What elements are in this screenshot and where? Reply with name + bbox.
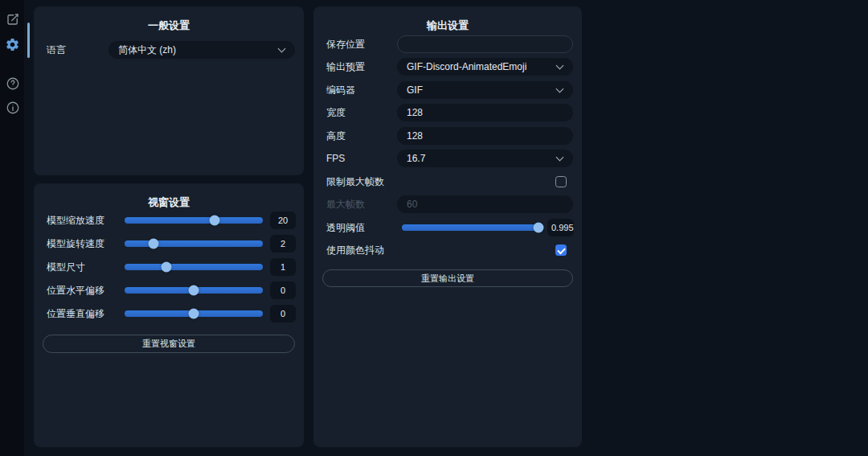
output-preset-row: 输出预置 GIF-Discord-AnimatedEmoji [313, 58, 582, 76]
width-input[interactable]: 128 [397, 104, 573, 121]
language-label: 语言 [47, 41, 66, 59]
language-select[interactable]: 简体中文 (zh) [108, 41, 295, 59]
horizontal-offset-slider[interactable] [125, 287, 263, 294]
sidebar [0, 0, 24, 456]
output-settings-title: 输出设置 [313, 18, 582, 33]
slider-thumb[interactable] [161, 262, 171, 273]
save-location-label: 保存位置 [326, 35, 365, 53]
width-label: 宽度 [326, 104, 346, 121]
slider-row-vertical-offset: 位置垂直偏移 0 [34, 305, 304, 322]
model-size-slider[interactable] [125, 264, 263, 270]
output-settings-panel: 输出设置 保存位置 输出预置 GIF-Discord-AnimatedEmoji… [313, 6, 582, 447]
slider-thumb[interactable] [189, 286, 199, 296]
limit-frames-label: 限制最大帧数 [326, 173, 384, 191]
viewport-settings-panel: 视窗设置 模型缩放速度 20 模型旋转速度 2 模型尺寸 1 位置水平偏移 0 … [34, 183, 304, 447]
max-frames-value: 60 [407, 199, 417, 210]
chevron-down-icon [556, 62, 564, 70]
model-size-value[interactable]: 1 [270, 258, 296, 276]
chevron-down-icon [556, 154, 564, 162]
encoder-select[interactable]: GIF [397, 81, 573, 99]
encoder-row: 编码器 GIF [313, 81, 582, 99]
limit-frames-row: 限制最大帧数 [313, 173, 582, 191]
save-location-input[interactable] [397, 35, 573, 53]
fps-value: 16.7 [407, 153, 425, 164]
dither-checkbox[interactable] [555, 244, 567, 256]
help-icon[interactable] [5, 76, 20, 91]
output-preset-label: 输出预置 [326, 58, 365, 76]
zoom-speed-label: 模型缩放速度 [47, 212, 104, 229]
alpha-threshold-label: 透明阈值 [326, 219, 365, 236]
chevron-down-icon [278, 45, 286, 53]
slider-thumb[interactable] [189, 309, 199, 319]
rotation-speed-value[interactable]: 2 [270, 235, 296, 253]
reset-viewport-button[interactable]: 重置视窗设置 [43, 335, 295, 353]
height-input[interactable]: 128 [397, 127, 573, 145]
slider-thumb[interactable] [149, 239, 159, 249]
fps-select[interactable]: 16.7 [397, 150, 573, 167]
slider-row-zoom-speed: 模型缩放速度 20 [34, 212, 304, 229]
encoder-label: 编码器 [326, 81, 355, 99]
height-value: 128 [407, 130, 423, 142]
language-select-value: 简体中文 (zh) [118, 43, 176, 57]
alpha-threshold-value[interactable]: 0.995 [547, 219, 574, 236]
height-row: 高度 128 [313, 127, 582, 145]
horizontal-offset-label: 位置水平偏移 [47, 281, 104, 299]
fps-label: FPS [326, 150, 345, 167]
settings-gear-icon[interactable] [5, 37, 20, 52]
active-tab-indicator [27, 23, 30, 58]
fps-row: FPS 16.7 [313, 150, 582, 167]
output-preset-value: GIF-Discord-AnimatedEmoji [407, 61, 526, 72]
zoom-speed-value[interactable]: 20 [270, 212, 296, 229]
vertical-offset-value[interactable]: 0 [270, 305, 296, 322]
model-size-label: 模型尺寸 [47, 258, 85, 276]
width-row: 宽度 128 [313, 104, 582, 121]
encoder-value: GIF [407, 84, 423, 96]
slider-row-horizontal-offset: 位置水平偏移 0 [34, 281, 304, 299]
viewport-settings-title: 视窗设置 [34, 195, 304, 210]
general-settings-panel: 一般设置 语言 简体中文 (zh) [34, 6, 304, 175]
max-frames-input: 60 [397, 195, 573, 213]
width-value: 128 [407, 107, 423, 118]
dither-row: 使用颜色抖动 [313, 241, 582, 259]
general-settings-title: 一般设置 [34, 18, 304, 33]
chevron-down-icon [556, 85, 564, 93]
max-frames-row: 最大帧数 60 [313, 195, 582, 213]
output-preset-select[interactable]: GIF-Discord-AnimatedEmoji [397, 58, 573, 76]
horizontal-offset-value[interactable]: 0 [270, 281, 296, 299]
limit-frames-checkbox[interactable] [555, 176, 567, 187]
zoom-speed-slider[interactable] [125, 217, 263, 224]
info-icon[interactable] [5, 100, 20, 115]
alpha-threshold-row: 透明阈值 0.995 [313, 219, 582, 236]
save-location-row: 保存位置 [313, 35, 582, 53]
height-label: 高度 [326, 127, 346, 145]
alpha-threshold-slider[interactable] [402, 224, 542, 231]
slider-thumb[interactable] [209, 216, 219, 226]
slider-row-model-size: 模型尺寸 1 [34, 258, 304, 276]
dither-label: 使用颜色抖动 [326, 241, 384, 259]
max-frames-label: 最大帧数 [326, 195, 365, 213]
edit-icon[interactable] [5, 11, 20, 27]
rotation-speed-label: 模型旋转速度 [47, 235, 104, 253]
slider-thumb[interactable] [533, 223, 543, 233]
reset-output-button[interactable]: 重置输出设置 [322, 269, 573, 287]
vertical-offset-slider[interactable] [125, 310, 263, 317]
slider-row-rotation-speed: 模型旋转速度 2 [34, 235, 304, 253]
rotation-speed-slider[interactable] [125, 240, 263, 247]
vertical-offset-label: 位置垂直偏移 [47, 305, 104, 322]
